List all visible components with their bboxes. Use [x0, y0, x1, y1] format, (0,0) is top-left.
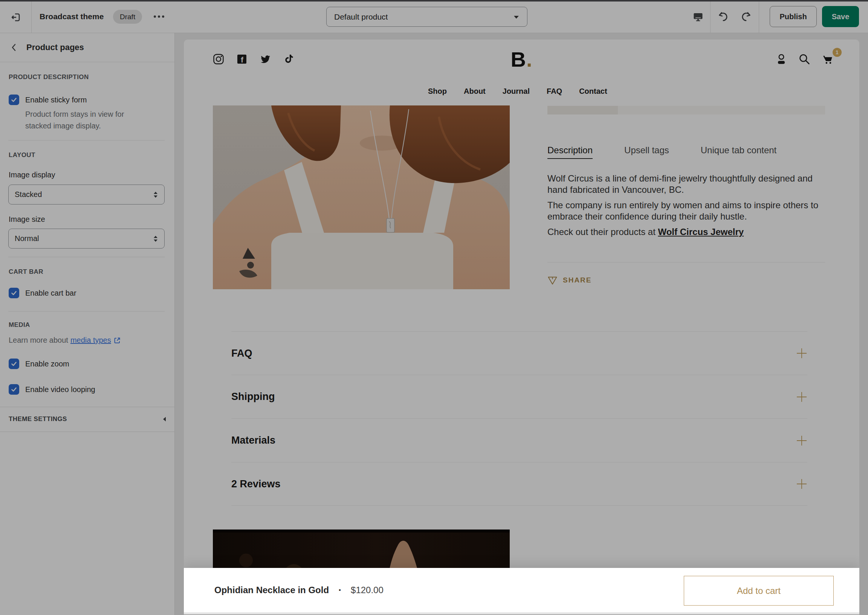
share-icon	[547, 275, 557, 285]
exit-editor-button[interactable]	[0, 2, 32, 33]
checkbox-checked-icon[interactable]	[9, 288, 19, 298]
image-display-value: Stacked	[15, 190, 42, 199]
divider	[8, 257, 165, 257]
plus-icon	[796, 391, 807, 403]
separator-dot: •	[339, 586, 341, 594]
window-top-edge	[0, 0, 868, 2]
redo-icon	[741, 11, 753, 23]
checkbox-checked-icon[interactable]	[9, 359, 19, 369]
image-size-value: Normal	[15, 234, 39, 243]
add-to-cart-button[interactable]: Add to cart	[684, 576, 834, 606]
divider	[0, 432, 175, 432]
cart-count-badge: 1	[832, 48, 841, 57]
share-label: SHARE	[563, 276, 592, 284]
page-selector-value: Default product	[334, 12, 388, 22]
page-selector-dropdown[interactable]: Default product	[326, 7, 528, 27]
sticky-cart-bar: Ophidian Necklace in Gold • $120.00 Add …	[184, 568, 859, 612]
select-updown-icon	[153, 191, 158, 198]
nav-item-shop[interactable]: Shop	[428, 87, 447, 96]
publish-button[interactable]: Publish	[770, 6, 817, 27]
accordion-reviews[interactable]: 2 Reviews	[231, 462, 807, 506]
sticky-form-help-text: Product form stays in view for stacked i…	[25, 108, 134, 132]
section-heading-product-description: PRODUCT DESCRIPTION	[9, 73, 89, 81]
enable-sticky-form-row[interactable]: Enable sticky form	[9, 95, 87, 105]
product-tabs: Description Upsell tags Unique tab conte…	[547, 145, 776, 159]
enable-zoom-label: Enable zoom	[25, 360, 69, 368]
share-button[interactable]: SHARE	[547, 275, 592, 285]
theme-title: Broadcast theme	[39, 0, 104, 33]
device-preview-button[interactable]	[686, 11, 710, 22]
store-preview: f B. 1	[184, 39, 859, 615]
image-display-label: Image display	[9, 171, 55, 179]
save-button[interactable]: Save	[822, 6, 859, 27]
divider	[8, 140, 165, 140]
checkbox-checked-icon[interactable]	[9, 95, 19, 105]
nav-item-about[interactable]: About	[464, 87, 486, 96]
enable-video-looping-row[interactable]: Enable video looping	[9, 384, 95, 395]
enable-zoom-row[interactable]: Enable zoom	[9, 359, 69, 369]
desktop-icon	[692, 11, 704, 22]
image-size-label: Image size	[9, 215, 45, 224]
select-updown-icon	[153, 235, 158, 242]
accordion-faq[interactable]: FAQ	[231, 331, 807, 375]
exit-icon	[10, 12, 22, 23]
tab-unique-content[interactable]: Unique tab content	[701, 145, 776, 159]
sidebar-title: Product pages	[27, 42, 84, 52]
product-photo-necklace-model[interactable]	[213, 105, 510, 289]
preview-canvas: f B. 1	[175, 33, 868, 615]
checkbox-checked-icon[interactable]	[9, 384, 19, 395]
wolf-circus-link[interactable]: Wolf Circus Jewelry	[658, 227, 744, 237]
plus-icon	[796, 348, 807, 359]
cart-bar-product-title: Ophidian Necklace in Gold	[214, 585, 329, 595]
undo-icon	[717, 11, 729, 23]
enable-cart-bar-label: Enable cart bar	[25, 289, 76, 298]
settings-sidebar: Product pages PRODUCT DESCRIPTION Enable…	[0, 33, 175, 615]
accordion-materials[interactable]: Materials	[231, 418, 807, 462]
divider	[759, 0, 759, 33]
media-types-link[interactable]: media types	[70, 336, 111, 345]
tab-description[interactable]: Description	[547, 145, 593, 159]
theme-settings-button[interactable]: THEME SETTINGS	[0, 407, 175, 432]
section-heading-layout: LAYOUT	[9, 151, 36, 159]
enable-cart-bar-row[interactable]: Enable cart bar	[9, 288, 76, 298]
plus-icon	[796, 435, 807, 446]
undo-button[interactable]	[710, 11, 735, 23]
divider	[547, 262, 825, 262]
image-display-select[interactable]: Stacked	[8, 184, 165, 204]
plus-icon	[796, 478, 807, 490]
theme-settings-label: THEME SETTINGS	[9, 415, 67, 423]
product-description-text: Wolf Circus is a line of demi-fine jewel…	[547, 173, 825, 242]
external-link-icon	[113, 337, 121, 344]
section-heading-media: MEDIA	[9, 321, 30, 329]
status-badge: Draft	[113, 10, 142, 24]
sidebar-header: Product pages	[0, 33, 175, 62]
theme-editor-screen: Broadcast theme Draft Default product	[0, 0, 868, 615]
chevron-down-icon	[513, 14, 520, 20]
nav-item-journal[interactable]: Journal	[503, 87, 530, 96]
variant-skeleton-bar	[547, 106, 825, 114]
tab-upsell-tags[interactable]: Upsell tags	[624, 145, 669, 159]
enable-sticky-form-label: Enable sticky form	[25, 96, 87, 104]
more-actions-button[interactable]	[154, 0, 164, 33]
product-accordions: FAQ Shipping Materials 2 Reviews	[231, 331, 807, 506]
cart-bar-price: $120.00	[351, 585, 384, 595]
image-size-select[interactable]: Normal	[8, 229, 165, 248]
back-button[interactable]	[8, 42, 20, 53]
media-help-text: Learn more about media types	[9, 336, 121, 345]
collapse-left-icon	[162, 416, 167, 422]
divider	[8, 311, 165, 311]
accordion-shipping[interactable]: Shipping	[231, 375, 807, 418]
section-heading-cart-bar: CART BAR	[9, 268, 43, 276]
enable-video-looping-label: Enable video looping	[25, 385, 95, 394]
editor-topbar: Broadcast theme Draft Default product	[0, 0, 868, 33]
logo-dot: .	[526, 47, 533, 71]
redo-button[interactable]	[735, 11, 759, 23]
